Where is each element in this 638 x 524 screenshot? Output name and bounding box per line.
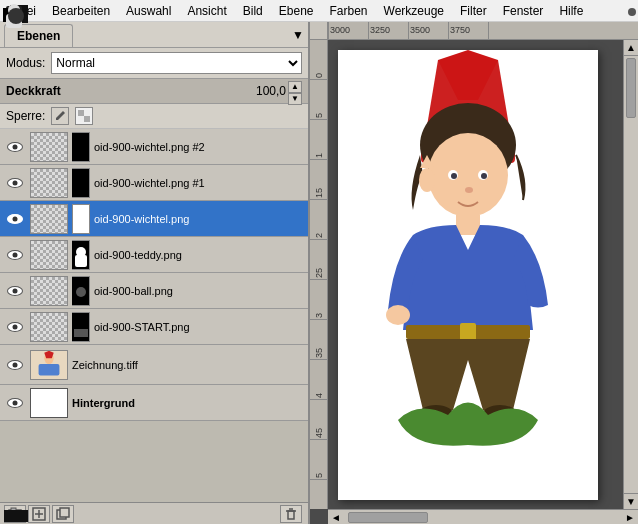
eye-icon [7,398,23,408]
layer-mask-thumbnail [72,312,90,342]
opacity-label: Deckkraft [6,84,256,98]
menu-fenster[interactable]: Fenster [495,2,552,20]
layer-thumbnail [30,388,68,418]
layers-toolbar [0,502,308,524]
opacity-up[interactable]: ▲ [288,81,302,93]
canvas-content: 0 5 1 15 2 25 3 35 4 45 5 [310,40,638,509]
ruler-mark-v: 5 [310,80,328,120]
menu-hilfe[interactable]: Hilfe [551,2,591,20]
eye-icon [7,178,23,188]
layer-name: oid-900-wichtel.png #2 [94,141,304,153]
layer-visibility-toggle[interactable] [4,244,26,266]
layer-item[interactable]: oid-900-wichtel.png #1 [0,165,308,201]
layer-item[interactable]: Zeichnung.tiff [0,345,308,385]
menu-filter[interactable]: Filter [452,2,495,20]
scroll-up-button[interactable]: ▲ [624,40,638,56]
lock-row: Sperre: [0,104,308,129]
menu-auswahl[interactable]: Auswahl [118,2,179,20]
menu-bearbeiten[interactable]: Bearbeiten [44,2,118,20]
layer-item[interactable]: oid-900-wichtel.png [0,201,308,237]
svg-rect-0 [78,110,84,116]
scroll-down-button[interactable]: ▼ [624,493,638,509]
ruler-mark-v: 3 [310,280,328,320]
layer-visibility-toggle[interactable] [4,280,26,302]
layer-thumbnail [30,168,68,198]
ruler-marks-top: 3000 3250 3500 3750 [328,22,528,39]
layer-name: oid-900-ball.png [94,285,304,297]
layer-visibility-toggle[interactable] [4,392,26,414]
layer-item[interactable]: oid-900-ball.png [0,273,308,309]
ruler-corner [310,22,328,40]
menu-ansicht[interactable]: Ansicht [179,2,234,20]
menu-werkzeuge[interactable]: Werkzeuge [376,2,452,20]
ruler-mark: 3500 [408,22,448,39]
horizontal-scrollbar[interactable]: ◄ ► [328,509,638,524]
lock-paint-icon[interactable] [51,107,69,125]
mode-row: Modus: Normal Auflösen Multiplizieren Bi… [0,48,308,78]
svg-rect-15 [288,511,294,519]
menu-ebene[interactable]: Ebene [271,2,322,20]
layer-visibility-toggle[interactable] [4,354,26,376]
ruler-mark: 3750 [448,22,488,39]
layer-mask-thumbnail [72,204,90,234]
svg-rect-6 [39,364,60,375]
menu-farben[interactable]: Farben [322,2,376,20]
svg-rect-30 [456,215,480,235]
svg-rect-14 [60,508,69,517]
duplicate-layer-button[interactable] [52,505,74,523]
scrollbar-thumb[interactable] [626,58,636,118]
mode-select[interactable]: Normal Auflösen Multiplizieren Bildschir… [51,52,302,74]
svg-rect-3 [78,116,84,122]
ruler-left: 0 5 1 15 2 25 3 35 4 45 5 [310,40,328,509]
ruler-mark: 3250 [368,22,408,39]
ruler-mark-v: 5 [310,440,328,480]
eye-icon [7,214,23,224]
scroll-left-button[interactable]: ◄ [328,512,344,523]
layer-name: oid-900-wichtel.png #1 [94,177,304,189]
layer-visibility-toggle[interactable] [4,136,26,158]
lock-label: Sperre: [6,109,45,123]
layer-thumbnail [30,350,68,380]
layer-item[interactable]: oid-900-teddy.png [0,237,308,273]
menu-bild[interactable]: Bild [235,2,271,20]
layer-visibility-toggle[interactable] [4,316,26,338]
elf-illustration [338,50,598,500]
svg-point-28 [481,173,487,179]
ruler-mark-v: 0 [310,40,328,80]
layers-tab-bar: Ebenen ▼ [0,22,308,48]
lock-alpha-icon[interactable] [75,107,93,125]
svg-rect-33 [460,323,476,341]
panel-collapse-button[interactable]: ▼ [292,28,304,42]
layer-visibility-toggle[interactable] [4,172,26,194]
new-layer-button[interactable] [28,505,50,523]
layer-thumbnail [30,204,68,234]
layer-item[interactable]: oid-900-wichtel.png #2 [0,129,308,165]
layer-item[interactable]: oid-900-START.png [0,309,308,345]
ruler-mark [488,22,528,39]
layer-visibility-toggle[interactable] [4,208,26,230]
layer-mask-thumbnail [72,276,90,306]
ruler-mark: 3000 [328,22,368,39]
ruler-mark-v: 25 [310,240,328,280]
horizontal-scrollbar-thumb[interactable] [348,512,428,523]
layer-name: Hintergrund [72,397,304,409]
ruler-mark-v: 4 [310,360,328,400]
eye-icon [7,286,23,296]
layer-mask-thumbnail [72,240,90,270]
mode-label: Modus: [6,56,45,70]
vertical-scrollbar[interactable]: ▲ ▼ [623,40,638,509]
layer-name: Zeichnung.tiff [72,359,304,371]
delete-layer-button[interactable] [280,505,302,523]
layer-item[interactable]: Hintergrund [0,385,308,421]
layer-thumbnail [30,276,68,306]
svg-rect-2 [84,110,90,116]
canvas-viewport[interactable] [328,40,623,509]
svg-point-23 [419,168,435,192]
layer-thumbnail [30,132,68,162]
layer-name: oid-900-teddy.png [94,249,304,261]
main-layout: Ebenen ▼ Modus: Normal Auflösen Multipli… [0,22,638,524]
layer-mask-thumbnail [72,168,90,198]
ruler-mark-v: 2 [310,200,328,240]
opacity-scroll[interactable]: ▲ ▼ [288,81,302,101]
scroll-right-button[interactable]: ► [622,512,638,523]
